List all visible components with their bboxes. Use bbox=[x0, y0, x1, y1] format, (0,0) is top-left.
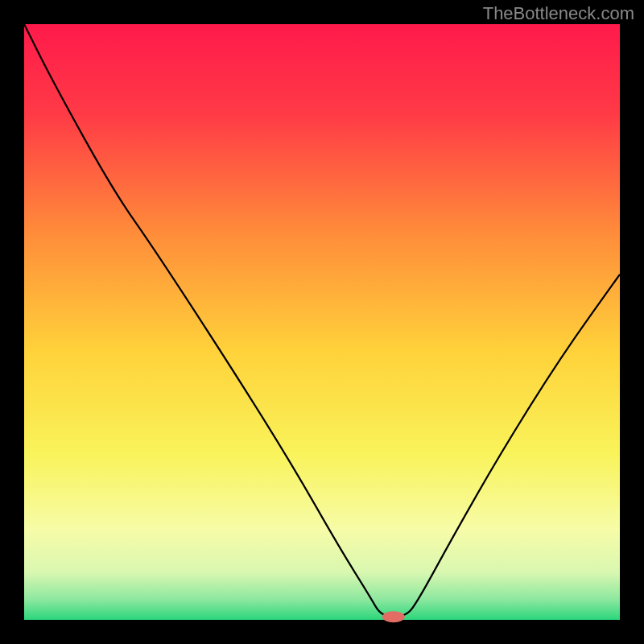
plot-background bbox=[24, 24, 620, 620]
chart-frame: TheBottleneck.com bbox=[0, 0, 644, 644]
watermark-text: TheBottleneck.com bbox=[483, 3, 634, 24]
optimal-marker bbox=[382, 611, 405, 622]
bottleneck-chart bbox=[0, 0, 644, 644]
